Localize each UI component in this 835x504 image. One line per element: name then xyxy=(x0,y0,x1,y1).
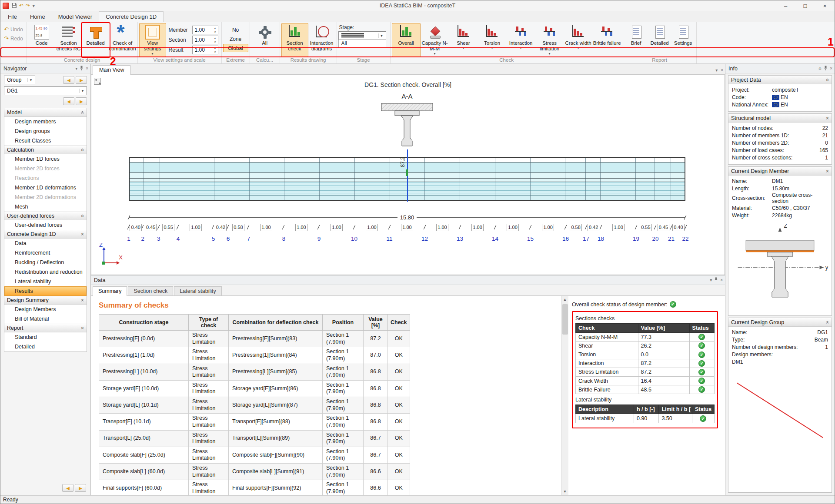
calculate-all-button[interactable]: All xyxy=(251,23,278,57)
report-button[interactable]: Detailed xyxy=(648,23,671,57)
section-check-row[interactable]: Torsion 0.0 xyxy=(576,350,715,359)
node-number[interactable]: 14 xyxy=(492,235,498,242)
node-number[interactable]: 18 xyxy=(598,235,604,242)
node-number[interactable]: 20 xyxy=(652,235,659,242)
ribbon-tab[interactable]: Model Viewer xyxy=(52,12,99,22)
check-button[interactable]: Brittle failure xyxy=(593,23,621,57)
node-number[interactable]: 5 xyxy=(212,235,215,242)
panel-dropdown-icon[interactable]: ▾ xyxy=(710,278,712,282)
node-number[interactable]: 8 xyxy=(282,235,286,242)
ribbon-tab[interactable]: Concrete Design 1D xyxy=(99,11,164,22)
section-check-row[interactable]: Crack Width 16.4 xyxy=(576,377,715,385)
nav-item[interactable]: User-defined forces xyxy=(4,220,87,230)
close-button[interactable]: × xyxy=(815,1,835,11)
section-check-row[interactable]: Capacity N-M-M 77.3 xyxy=(576,333,715,342)
panel-dropdown-icon[interactable]: ▾ xyxy=(715,68,718,73)
section-check-row[interactable]: Interaction 87.2 xyxy=(576,359,715,368)
check-button[interactable]: Interaction ▾ xyxy=(507,23,535,57)
nav-section-header-user-defined[interactable]: User-defined forces» xyxy=(4,212,87,220)
group-mode-select[interactable]: Group▾ xyxy=(4,76,35,84)
code-button[interactable]: 1.459025.8 Code xyxy=(28,23,55,57)
ribbon-tab[interactable]: Home xyxy=(23,12,52,22)
summary-row[interactable]: Composite slab[F] (25.0d) Stress Limitat… xyxy=(99,447,410,463)
section-check-row[interactable]: Stress Limitation 87.2 xyxy=(576,368,715,376)
vertical-scrollbar[interactable]: ▲ ▼ xyxy=(561,296,568,495)
nav-item[interactable]: Buckling / Deflection xyxy=(4,258,87,267)
nav-item[interactable]: Reinforcement xyxy=(4,248,87,258)
nav-item[interactable]: Bill of Material xyxy=(4,314,87,324)
check-of-combination-button[interactable]: Check of combination xyxy=(109,23,136,57)
nav-item[interactable]: Lateral stability xyxy=(4,277,87,286)
maximize-button[interactable]: □ xyxy=(795,1,815,11)
data-tab[interactable]: Section check xyxy=(128,286,173,295)
structural-model-header[interactable]: Structural model» xyxy=(728,114,832,123)
node-number[interactable]: 12 xyxy=(421,235,428,242)
results-drawing-button[interactable]: Interaction diagrams xyxy=(308,23,335,57)
extreme-option-button[interactable]: Global xyxy=(223,44,248,52)
undo-button[interactable]: ↶Undo xyxy=(1,25,26,34)
nav-item[interactable]: Detailed xyxy=(4,342,87,351)
next-member-button[interactable]: ▶ xyxy=(76,97,87,105)
check-button[interactable]: Stress limitation ▾ xyxy=(535,23,564,57)
extreme-option-button[interactable]: Zone xyxy=(223,35,248,43)
undo-icon[interactable]: ↶ xyxy=(19,3,23,8)
summary-row[interactable]: Transport[F] (10.1d) Stress Limitation T… xyxy=(99,414,410,430)
detailed-check-button[interactable]: Detailed xyxy=(82,23,109,46)
prev-member-button[interactable]: ◀ xyxy=(63,97,74,105)
save-icon[interactable] xyxy=(11,3,17,9)
report-button[interactable]: Brief xyxy=(625,23,648,57)
nav-item[interactable]: Standard xyxy=(4,332,87,342)
lateral-stability-row[interactable]: Lateral stability 0.90 3.50 xyxy=(576,414,715,423)
prev-item-button[interactable]: ◀ xyxy=(63,76,74,84)
stage-selected-item[interactable]: All xyxy=(338,40,386,48)
nav-item[interactable]: Data xyxy=(4,239,87,248)
close-panel-icon[interactable]: × xyxy=(86,66,88,71)
check-button[interactable]: Crack width ▾ xyxy=(564,23,593,57)
fit-view-icon[interactable] xyxy=(94,78,101,85)
node-number[interactable]: 3 xyxy=(157,235,160,242)
summary-row[interactable]: Transport[L] (25.0d) Stress Limitation T… xyxy=(99,430,410,447)
node-number[interactable]: 9 xyxy=(317,235,321,242)
node-number[interactable]: 15 xyxy=(527,235,534,242)
node-number[interactable]: 17 xyxy=(583,235,589,242)
summary-column-header[interactable]: Value [%] xyxy=(364,315,388,331)
node-number[interactable]: 2 xyxy=(141,235,145,242)
nav-item[interactable]: Design groups xyxy=(4,126,87,136)
extreme-option-button[interactable]: No xyxy=(223,26,248,34)
node-number[interactable]: 7 xyxy=(247,235,250,242)
next-page-button[interactable]: ▶ xyxy=(75,484,86,492)
nav-item[interactable]: Redistribution and reduction xyxy=(4,267,87,277)
check-button[interactable]: Overall xyxy=(392,23,421,57)
close-panel-icon[interactable]: × xyxy=(830,66,832,71)
qat-dropdown-icon[interactable]: ▾ xyxy=(32,3,35,8)
stage-select[interactable]: ▾ xyxy=(338,31,386,40)
prev-page-button[interactable]: ◀ xyxy=(62,484,73,492)
section-check-row[interactable]: Shear 26.2 xyxy=(576,342,715,350)
nav-item[interactable]: Design Members xyxy=(4,305,87,314)
pin-icon[interactable] xyxy=(80,66,84,71)
current-design-member-header[interactable]: Current Design Member» xyxy=(728,167,832,176)
nav-item[interactable]: Member 2D deformations xyxy=(4,192,87,202)
minimize-button[interactable]: – xyxy=(776,1,795,11)
nav-item[interactable]: Mesh xyxy=(4,202,87,212)
node-number[interactable]: 16 xyxy=(562,235,569,242)
scrollbar-thumb[interactable] xyxy=(562,304,568,335)
summary-column-header[interactable]: Construction stage xyxy=(99,315,189,331)
summary-row[interactable]: Final supports[F] (60.0d) Stress Limitat… xyxy=(99,480,410,495)
nav-item[interactable]: Result Classes xyxy=(4,136,87,146)
nav-section-header-design-summary[interactable]: Design Summary» xyxy=(4,296,87,305)
current-design-group-header[interactable]: Current Design Group» xyxy=(728,318,832,327)
nav-section-header-concrete-design[interactable]: Concrete Design 1D» xyxy=(4,230,87,239)
results-drawing-button[interactable]: Section check xyxy=(281,23,308,57)
check-button[interactable]: Capacity N-M-M ▾ xyxy=(421,23,449,57)
summary-row[interactable]: Prestressing[F] (0.0d) Stress Limitation… xyxy=(99,331,410,347)
summary-row[interactable]: Composite slab[L] (60.0d) Stress Limitat… xyxy=(99,464,410,480)
summary-column-header[interactable]: Position xyxy=(323,315,364,331)
node-number[interactable]: 6 xyxy=(227,235,230,242)
spinner-arrows-icon[interactable]: ▴▾ xyxy=(212,36,218,44)
view-settings-button[interactable]: View settings ▾ xyxy=(139,23,166,57)
scale-value-input[interactable]: 1.00▴▾ xyxy=(192,46,218,54)
design-group-select[interactable]: DG1▾ xyxy=(4,86,87,95)
ribbon-tab[interactable]: File xyxy=(1,12,23,22)
node-number[interactable]: 19 xyxy=(633,235,639,242)
